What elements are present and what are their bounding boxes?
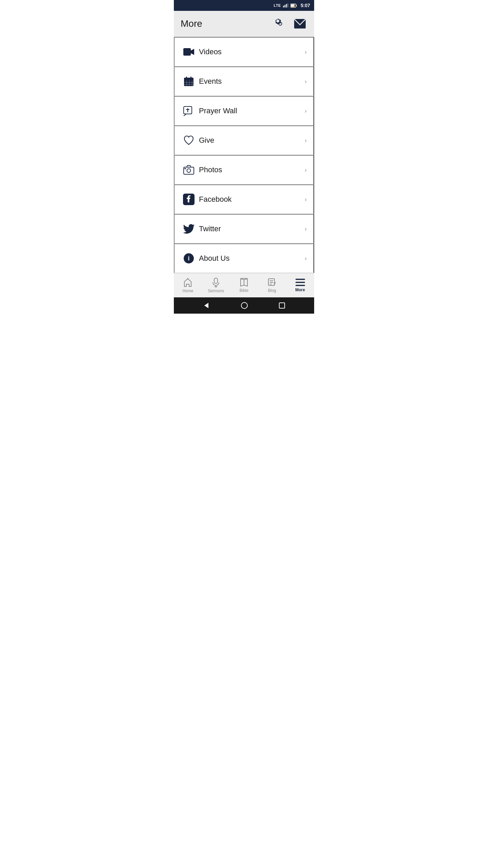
svg-rect-14 bbox=[186, 77, 187, 79]
chevron-right-icon: › bbox=[305, 107, 307, 115]
chevron-right-icon: › bbox=[305, 225, 307, 233]
svg-rect-2 bbox=[286, 4, 287, 7]
svg-point-25 bbox=[187, 169, 191, 173]
lte-indicator: LTE bbox=[274, 3, 281, 7]
blog-nav-label: Blog bbox=[268, 288, 276, 293]
chevron-right-icon: › bbox=[305, 78, 307, 85]
twitter-label: Twitter bbox=[199, 224, 305, 233]
facebook-icon bbox=[181, 192, 196, 207]
prayer-wall-label: Prayer Wall bbox=[199, 106, 305, 115]
svg-rect-0 bbox=[283, 6, 284, 7]
page-title: More bbox=[181, 18, 202, 29]
svg-marker-44 bbox=[204, 303, 208, 308]
sermons-nav-label: Sermons bbox=[208, 289, 224, 293]
svg-rect-9 bbox=[183, 48, 191, 56]
svg-text:⚡: ⚡ bbox=[292, 4, 296, 7]
settings-button[interactable] bbox=[273, 17, 287, 31]
heart-icon bbox=[181, 133, 196, 148]
video-camera-icon bbox=[181, 44, 196, 59]
envelope-icon bbox=[294, 19, 306, 29]
facebook-label: Facebook bbox=[199, 195, 305, 204]
mic-icon bbox=[212, 278, 220, 287]
menu-icon bbox=[296, 279, 305, 286]
photos-label: Photos bbox=[199, 165, 305, 174]
more-nav-label: More bbox=[295, 288, 305, 292]
home-icon bbox=[183, 278, 192, 287]
svg-rect-15 bbox=[190, 77, 191, 79]
svg-rect-46 bbox=[279, 303, 285, 308]
bible-nav-label: Bible bbox=[240, 288, 249, 293]
menu-list: Videos › Events › bbox=[174, 37, 314, 273]
chevron-right-icon: › bbox=[305, 48, 307, 56]
videos-label: Videos bbox=[199, 47, 305, 56]
gear-icon bbox=[275, 18, 286, 29]
battery-icon: ⚡ bbox=[290, 3, 297, 8]
nav-item-more[interactable]: More bbox=[286, 273, 314, 297]
nav-item-bible[interactable]: Bible bbox=[230, 273, 258, 297]
chevron-right-icon: › bbox=[305, 137, 307, 144]
back-button[interactable] bbox=[200, 299, 212, 312]
chevron-right-icon: › bbox=[305, 166, 307, 174]
message-button[interactable] bbox=[292, 17, 307, 30]
about-us-label: About Us bbox=[199, 254, 305, 263]
time-display: 5:07 bbox=[301, 3, 310, 8]
home-nav-label: Home bbox=[182, 289, 193, 293]
camera-icon bbox=[181, 162, 196, 177]
svg-marker-10 bbox=[191, 49, 194, 55]
events-label: Events bbox=[199, 77, 305, 86]
nav-item-blog[interactable]: Blog bbox=[258, 273, 286, 297]
svg-rect-32 bbox=[214, 278, 218, 283]
nav-item-sermons[interactable]: Sermons bbox=[202, 273, 230, 297]
menu-item-about-us[interactable]: i About Us › bbox=[174, 243, 314, 273]
edit-icon bbox=[268, 278, 277, 287]
calendar-icon bbox=[181, 74, 196, 89]
recents-button[interactable] bbox=[276, 300, 288, 311]
nav-item-home[interactable]: Home bbox=[174, 273, 202, 297]
give-label: Give bbox=[199, 136, 305, 145]
status-bar: LTE ⚡ 5:07 bbox=[174, 0, 314, 11]
svg-rect-6 bbox=[296, 5, 297, 6]
svg-text:i: i bbox=[188, 255, 189, 262]
menu-item-facebook[interactable]: Facebook › bbox=[174, 184, 314, 214]
svg-rect-13 bbox=[184, 79, 194, 80]
menu-item-events[interactable]: Events › bbox=[174, 66, 314, 96]
menu-item-give[interactable]: Give › bbox=[174, 125, 314, 155]
svg-rect-1 bbox=[285, 5, 286, 7]
svg-rect-42 bbox=[296, 282, 305, 283]
menu-item-videos[interactable]: Videos › bbox=[174, 37, 314, 66]
svg-rect-41 bbox=[296, 279, 305, 280]
twitter-icon bbox=[181, 221, 196, 236]
prayer-icon bbox=[181, 103, 196, 118]
home-button[interactable] bbox=[238, 299, 250, 312]
book-icon bbox=[239, 278, 249, 287]
chevron-right-icon: › bbox=[305, 255, 307, 262]
menu-item-prayer-wall[interactable]: Prayer Wall › bbox=[174, 96, 314, 125]
svg-rect-26 bbox=[184, 168, 186, 169]
menu-item-photos[interactable]: Photos › bbox=[174, 155, 314, 184]
signal-icon bbox=[283, 3, 288, 7]
header: More bbox=[174, 11, 314, 37]
svg-point-45 bbox=[241, 302, 247, 309]
menu-item-twitter[interactable]: Twitter › bbox=[174, 214, 314, 243]
info-icon: i bbox=[181, 251, 196, 266]
chevron-right-icon: › bbox=[305, 196, 307, 203]
svg-rect-3 bbox=[287, 3, 288, 7]
header-actions bbox=[273, 17, 307, 31]
bottom-nav: Home Sermons Bible bbox=[174, 273, 314, 297]
android-nav-bar bbox=[174, 297, 314, 314]
svg-rect-43 bbox=[296, 285, 305, 286]
